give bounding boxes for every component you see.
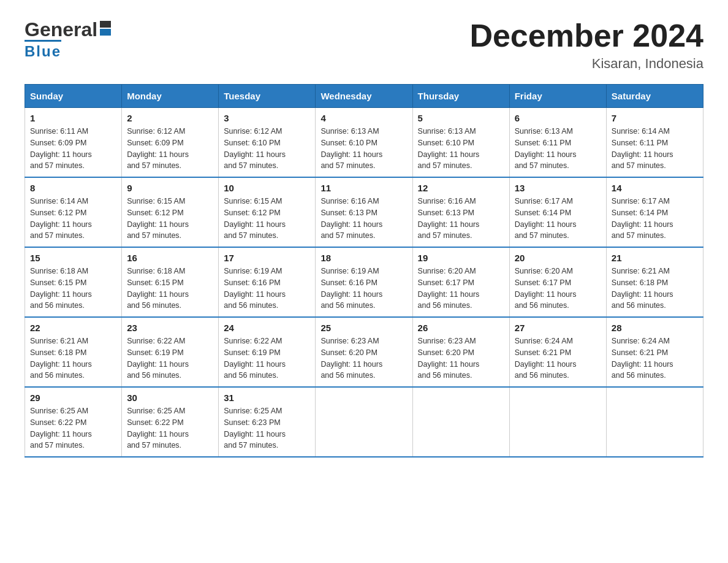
- day-info: Sunrise: 6:15 AMSunset: 6:12 PMDaylight:…: [127, 197, 189, 240]
- day-info: Sunrise: 6:24 AMSunset: 6:21 PMDaylight:…: [612, 337, 673, 380]
- day-number: 9: [127, 183, 213, 193]
- calendar-day-cell: 17 Sunrise: 6:19 AMSunset: 6:16 PMDaylig…: [219, 247, 316, 317]
- day-info: Sunrise: 6:14 AMSunset: 6:11 PMDaylight:…: [612, 127, 673, 170]
- calendar-day-cell: [316, 387, 412, 457]
- calendar-day-header: Tuesday: [219, 85, 316, 108]
- calendar-week-row: 29 Sunrise: 6:25 AMSunset: 6:22 PMDaylig…: [25, 387, 703, 457]
- calendar-day-cell: 24 Sunrise: 6:22 AMSunset: 6:19 PMDaylig…: [219, 317, 316, 387]
- day-number: 15: [30, 253, 116, 263]
- day-number: 19: [418, 253, 504, 263]
- day-number: 14: [612, 183, 698, 193]
- calendar-day-cell: 8 Sunrise: 6:14 AMSunset: 6:12 PMDayligh…: [25, 177, 122, 247]
- calendar-day-cell: 31 Sunrise: 6:25 AMSunset: 6:23 PMDaylig…: [219, 387, 316, 457]
- day-info: Sunrise: 6:19 AMSunset: 6:16 PMDaylight:…: [320, 267, 382, 310]
- day-info: Sunrise: 6:21 AMSunset: 6:18 PMDaylight:…: [30, 337, 92, 380]
- page-header: General Blue December 2024 Kisaran, Indo…: [25, 18, 703, 72]
- day-info: Sunrise: 6:25 AMSunset: 6:22 PMDaylight:…: [127, 407, 189, 450]
- calendar-day-cell: 30 Sunrise: 6:25 AMSunset: 6:22 PMDaylig…: [122, 387, 219, 457]
- calendar-day-cell: 1 Sunrise: 6:11 AMSunset: 6:09 PMDayligh…: [25, 108, 122, 178]
- calendar-day-cell: 10 Sunrise: 6:15 AMSunset: 6:12 PMDaylig…: [219, 177, 316, 247]
- calendar-day-cell: 6 Sunrise: 6:13 AMSunset: 6:11 PMDayligh…: [509, 108, 606, 178]
- day-info: Sunrise: 6:18 AMSunset: 6:15 PMDaylight:…: [30, 267, 92, 310]
- day-info: Sunrise: 6:12 AMSunset: 6:10 PMDaylight:…: [224, 127, 286, 170]
- calendar-day-cell: 14 Sunrise: 6:17 AMSunset: 6:14 PMDaylig…: [606, 177, 703, 247]
- day-number: 2: [127, 113, 213, 123]
- day-info: Sunrise: 6:20 AMSunset: 6:17 PMDaylight:…: [418, 267, 480, 310]
- day-info: Sunrise: 6:21 AMSunset: 6:18 PMDaylight:…: [612, 267, 673, 310]
- day-number: 1: [30, 113, 116, 123]
- day-number: 28: [612, 323, 698, 333]
- day-number: 8: [30, 183, 116, 193]
- calendar-day-header: Friday: [509, 85, 606, 108]
- calendar-day-cell: 2 Sunrise: 6:12 AMSunset: 6:09 PMDayligh…: [122, 108, 219, 178]
- calendar-subtitle: Kisaran, Indonesia: [469, 56, 703, 72]
- day-info: Sunrise: 6:19 AMSunset: 6:16 PMDaylight:…: [224, 267, 286, 310]
- calendar-day-cell: 23 Sunrise: 6:22 AMSunset: 6:19 PMDaylig…: [122, 317, 219, 387]
- day-info: Sunrise: 6:15 AMSunset: 6:12 PMDaylight:…: [224, 197, 286, 240]
- day-info: Sunrise: 6:25 AMSunset: 6:22 PMDaylight:…: [30, 407, 92, 450]
- day-number: 17: [224, 253, 310, 263]
- calendar-day-cell: 21 Sunrise: 6:21 AMSunset: 6:18 PMDaylig…: [606, 247, 703, 317]
- day-number: 11: [320, 183, 407, 193]
- calendar-day-header: Wednesday: [316, 85, 412, 108]
- logo-general-text: General: [25, 18, 97, 41]
- calendar-day-cell: 16 Sunrise: 6:18 AMSunset: 6:15 PMDaylig…: [122, 247, 219, 317]
- title-area: December 2024 Kisaran, Indonesia: [469, 18, 703, 72]
- calendar-day-cell: 18 Sunrise: 6:19 AMSunset: 6:16 PMDaylig…: [316, 247, 412, 317]
- day-number: 20: [515, 253, 601, 263]
- day-info: Sunrise: 6:22 AMSunset: 6:19 PMDaylight:…: [127, 337, 189, 380]
- calendar-day-cell: 19 Sunrise: 6:20 AMSunset: 6:17 PMDaylig…: [412, 247, 509, 317]
- day-number: 16: [127, 253, 213, 263]
- day-number: 13: [515, 183, 601, 193]
- day-number: 30: [127, 393, 213, 403]
- day-info: Sunrise: 6:25 AMSunset: 6:23 PMDaylight:…: [224, 407, 286, 450]
- day-info: Sunrise: 6:13 AMSunset: 6:10 PMDaylight:…: [418, 127, 480, 170]
- calendar-day-cell: 3 Sunrise: 6:12 AMSunset: 6:10 PMDayligh…: [219, 108, 316, 178]
- day-number: 5: [418, 113, 504, 123]
- day-number: 24: [224, 323, 310, 333]
- day-number: 21: [612, 253, 698, 263]
- calendar-day-cell: 29 Sunrise: 6:25 AMSunset: 6:22 PMDaylig…: [25, 387, 122, 457]
- calendar-week-row: 22 Sunrise: 6:21 AMSunset: 6:18 PMDaylig…: [25, 317, 703, 387]
- day-info: Sunrise: 6:24 AMSunset: 6:21 PMDaylight:…: [515, 337, 577, 380]
- day-number: 22: [30, 323, 116, 333]
- day-number: 31: [224, 393, 310, 403]
- calendar-day-cell: 7 Sunrise: 6:14 AMSunset: 6:11 PMDayligh…: [606, 108, 703, 178]
- calendar-day-header: Monday: [122, 85, 219, 108]
- calendar-week-row: 8 Sunrise: 6:14 AMSunset: 6:12 PMDayligh…: [25, 177, 703, 247]
- calendar-day-cell: 5 Sunrise: 6:13 AMSunset: 6:10 PMDayligh…: [412, 108, 509, 178]
- calendar-title: December 2024: [469, 18, 703, 53]
- calendar-day-cell: 20 Sunrise: 6:20 AMSunset: 6:17 PMDaylig…: [509, 247, 606, 317]
- day-info: Sunrise: 6:11 AMSunset: 6:09 PMDaylight:…: [30, 127, 92, 170]
- calendar-week-row: 1 Sunrise: 6:11 AMSunset: 6:09 PMDayligh…: [25, 108, 703, 178]
- calendar-day-cell: 15 Sunrise: 6:18 AMSunset: 6:15 PMDaylig…: [25, 247, 122, 317]
- calendar-header-row: SundayMondayTuesdayWednesdayThursdayFrid…: [25, 85, 703, 108]
- calendar-day-cell: 13 Sunrise: 6:17 AMSunset: 6:14 PMDaylig…: [509, 177, 606, 247]
- calendar-day-cell: 9 Sunrise: 6:15 AMSunset: 6:12 PMDayligh…: [122, 177, 219, 247]
- calendar-day-cell: 22 Sunrise: 6:21 AMSunset: 6:18 PMDaylig…: [25, 317, 122, 387]
- day-info: Sunrise: 6:23 AMSunset: 6:20 PMDaylight:…: [320, 337, 382, 380]
- day-number: 10: [224, 183, 310, 193]
- calendar-day-cell: 26 Sunrise: 6:23 AMSunset: 6:20 PMDaylig…: [412, 317, 509, 387]
- day-number: 29: [30, 393, 116, 403]
- calendar-day-cell: 11 Sunrise: 6:16 AMSunset: 6:13 PMDaylig…: [316, 177, 412, 247]
- calendar-day-cell: [606, 387, 703, 457]
- calendar-day-cell: [509, 387, 606, 457]
- day-info: Sunrise: 6:17 AMSunset: 6:14 PMDaylight:…: [612, 197, 673, 240]
- calendar-day-cell: 27 Sunrise: 6:24 AMSunset: 6:21 PMDaylig…: [509, 317, 606, 387]
- day-number: 18: [320, 253, 407, 263]
- day-info: Sunrise: 6:14 AMSunset: 6:12 PMDaylight:…: [30, 197, 92, 240]
- calendar-day-cell: [412, 387, 509, 457]
- calendar-day-cell: 25 Sunrise: 6:23 AMSunset: 6:20 PMDaylig…: [316, 317, 412, 387]
- day-info: Sunrise: 6:16 AMSunset: 6:13 PMDaylight:…: [320, 197, 382, 240]
- day-info: Sunrise: 6:22 AMSunset: 6:19 PMDaylight:…: [224, 337, 286, 380]
- calendar-day-cell: 28 Sunrise: 6:24 AMSunset: 6:21 PMDaylig…: [606, 317, 703, 387]
- calendar-table: SundayMondayTuesdayWednesdayThursdayFrid…: [25, 84, 703, 458]
- day-number: 12: [418, 183, 504, 193]
- calendar-day-cell: 4 Sunrise: 6:13 AMSunset: 6:10 PMDayligh…: [316, 108, 412, 178]
- day-info: Sunrise: 6:17 AMSunset: 6:14 PMDaylight:…: [515, 197, 577, 240]
- day-info: Sunrise: 6:20 AMSunset: 6:17 PMDaylight:…: [515, 267, 577, 310]
- day-number: 23: [127, 323, 213, 333]
- day-number: 4: [320, 113, 407, 123]
- day-info: Sunrise: 6:13 AMSunset: 6:11 PMDaylight:…: [515, 127, 577, 170]
